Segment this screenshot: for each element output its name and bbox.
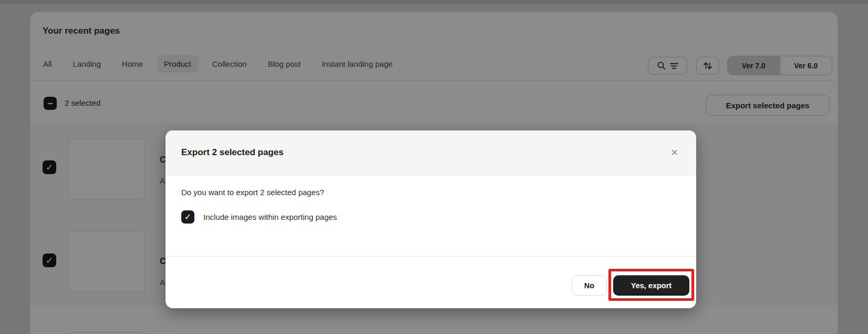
export-question-text: Do you want to export 2 selected pages? bbox=[181, 188, 680, 197]
export-dialog-header: Export 2 selected pages ✕ bbox=[166, 130, 696, 175]
include-images-label: Include images within exporting pages bbox=[203, 212, 337, 221]
no-button[interactable]: No bbox=[572, 275, 607, 296]
export-dialog-footer: No Yes, export bbox=[166, 256, 696, 308]
include-images-checkbox[interactable]: ✓ bbox=[181, 210, 194, 224]
include-images-row: ✓ Include images within exporting pages bbox=[181, 210, 680, 224]
export-dialog-title: Export 2 selected pages bbox=[181, 147, 669, 158]
export-dialog-body: Do you want to export 2 selected pages? … bbox=[166, 175, 696, 256]
check-icon: ✓ bbox=[184, 212, 191, 222]
export-dialog: Export 2 selected pages ✕ Do you want to… bbox=[166, 130, 696, 308]
screen: Your recent pages All Landing Home Produ… bbox=[0, 0, 868, 334]
yes-export-button[interactable]: Yes, export bbox=[613, 275, 689, 296]
close-icon[interactable]: ✕ bbox=[669, 146, 680, 159]
